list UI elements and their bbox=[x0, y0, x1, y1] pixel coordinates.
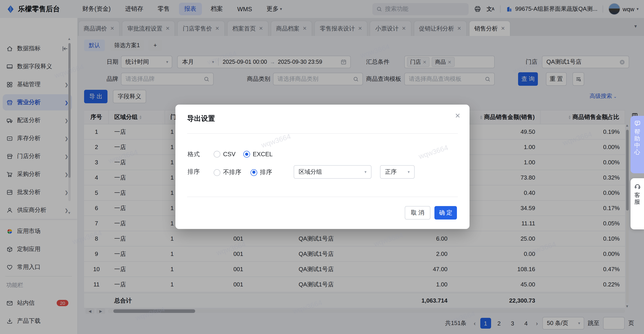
service-char: 客 bbox=[634, 192, 640, 198]
radio-label: EXCEL bbox=[253, 151, 273, 158]
radio-icon bbox=[250, 169, 257, 176]
app-window: 乐檬零售后台 财务(资金)进销存零售报表档案WMS更多▾ 搜索功能 文A 996… bbox=[0, 0, 644, 334]
format-csv-radio[interactable]: CSV bbox=[214, 151, 236, 158]
help-center-char: 中 bbox=[634, 142, 640, 149]
sort-label: 排序 bbox=[188, 168, 200, 175]
service-char: 服 bbox=[634, 198, 640, 205]
format-label: 格式 bbox=[188, 151, 200, 158]
modal-divider bbox=[187, 133, 458, 134]
headset-icon bbox=[634, 183, 641, 189]
chevron-down-icon: ▾ bbox=[408, 170, 410, 174]
format-excel-radio[interactable]: EXCEL bbox=[243, 151, 273, 158]
sort-none-radio[interactable]: 不排序 bbox=[214, 168, 241, 176]
radio-label: 排序 bbox=[260, 168, 272, 176]
sort-order-select[interactable]: 正序 ▾ bbox=[380, 165, 415, 179]
help-chat-icon bbox=[634, 120, 641, 127]
modal-divider bbox=[187, 197, 458, 197]
customer-service-label: 客服 bbox=[634, 192, 640, 205]
customer-service-button[interactable]: 客服 bbox=[630, 178, 644, 229]
help-center-char: 心 bbox=[634, 149, 640, 155]
confirm-button[interactable]: 确 定 bbox=[434, 206, 457, 219]
radio-icon bbox=[243, 151, 250, 158]
chevron-down-icon: ▾ bbox=[364, 170, 366, 174]
close-icon[interactable]: ✕ bbox=[455, 112, 460, 120]
sort-order-value: 正序 bbox=[385, 168, 397, 176]
help-center-char: 帮 bbox=[634, 128, 640, 135]
help-center-char: 助 bbox=[634, 135, 640, 142]
sort-enabled-radio[interactable]: 排序 bbox=[250, 168, 272, 176]
radio-label: CSV bbox=[223, 151, 236, 158]
sort-field-value: 区域分组 bbox=[298, 168, 322, 176]
radio-label: 不排序 bbox=[223, 168, 241, 176]
sort-field-select[interactable]: 区域分组 ▾ bbox=[294, 165, 372, 179]
radio-icon bbox=[214, 169, 220, 176]
help-center-button[interactable]: 帮助中心 bbox=[630, 116, 644, 173]
help-center-label: 帮助中心 bbox=[634, 128, 640, 155]
cancel-button[interactable]: 取 消 bbox=[405, 206, 430, 219]
radio-icon bbox=[214, 151, 220, 158]
modal-title: 导出设置 bbox=[187, 114, 215, 124]
export-settings-modal: 导出设置 ✕ 格式 CSV EXCEL 排序 不排序 排序 区域分组 ▾ 正序 … bbox=[176, 105, 470, 229]
